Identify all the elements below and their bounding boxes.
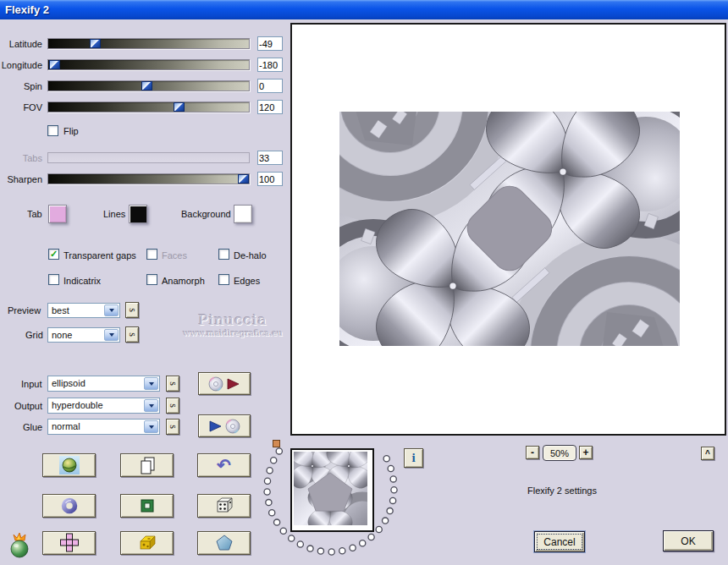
edges-checkbox[interactable] <box>218 274 229 285</box>
memory-dot[interactable] <box>264 478 270 484</box>
input-seed-button[interactable]: s <box>166 376 179 392</box>
spin-value-input[interactable] <box>257 79 283 93</box>
background-color-swatch[interactable] <box>234 205 252 223</box>
fov-label: FOV <box>0 102 42 112</box>
memory-dot[interactable] <box>350 545 356 551</box>
memory-dot[interactable] <box>276 448 282 454</box>
ok-button[interactable]: OK <box>663 530 714 551</box>
chevron-down-icon[interactable] <box>144 377 158 390</box>
undo-button[interactable]: ↶ <box>197 453 251 477</box>
tabs-value-input[interactable] <box>257 151 283 165</box>
memory-dot[interactable] <box>274 519 280 525</box>
memory-dot[interactable] <box>390 476 396 482</box>
memory-dot[interactable] <box>289 535 295 541</box>
load-settings-button[interactable] <box>198 372 251 395</box>
memory-dot[interactable] <box>271 458 277 464</box>
zoom-in-button[interactable]: + <box>579 446 593 459</box>
input-combo-value: ellipsoid <box>52 378 85 388</box>
lines-color-swatch[interactable] <box>129 205 147 223</box>
fov-slider-thumb[interactable] <box>174 102 185 112</box>
chevron-down-icon[interactable] <box>144 399 158 412</box>
thumbnail-preview[interactable] <box>290 448 374 532</box>
longitude-value-input[interactable] <box>257 58 283 72</box>
grid-combo[interactable]: none <box>47 327 120 343</box>
frame-button[interactable] <box>120 494 174 518</box>
memory-dot[interactable] <box>267 468 273 474</box>
memory-dot[interactable] <box>388 465 394 471</box>
unfold-button[interactable] <box>42 531 96 555</box>
planet-icon <box>59 456 80 474</box>
indicatrix-checkbox[interactable] <box>48 274 59 285</box>
dice-icon <box>214 496 234 515</box>
chevron-down-icon[interactable] <box>144 420 158 433</box>
green-frame-icon <box>138 496 157 515</box>
memory-dot[interactable] <box>297 541 303 547</box>
memory-dot[interactable] <box>266 500 272 506</box>
fov-value-input[interactable] <box>257 100 283 114</box>
preview-combo[interactable]: best <box>47 303 120 318</box>
anamorph-checkbox[interactable] <box>146 274 157 285</box>
chevron-down-icon[interactable] <box>104 304 119 316</box>
faces-label: Faces <box>162 250 187 261</box>
pages-icon <box>138 456 157 474</box>
latitude-row: Latitude <box>0 38 288 52</box>
memory-dot[interactable] <box>391 487 397 493</box>
title-bar[interactable]: Flexify 2 <box>0 0 728 19</box>
memory-dot[interactable] <box>317 548 323 554</box>
longitude-label: Longitude <box>0 60 42 70</box>
collapse-button[interactable]: ^ <box>701 447 714 460</box>
memory-dot[interactable] <box>339 548 345 554</box>
latitude-slider-thumb[interactable] <box>90 39 101 48</box>
glue-combo[interactable]: normal <box>47 419 160 435</box>
longitude-row: Longitude <box>0 59 288 73</box>
planet-button[interactable] <box>42 453 96 477</box>
grid-seed-button[interactable]: s <box>125 326 139 343</box>
memory-dot[interactable] <box>328 549 334 555</box>
torus-button[interactable] <box>42 494 96 518</box>
memory-dot[interactable] <box>387 508 393 514</box>
latitude-slider[interactable] <box>47 38 250 49</box>
memory-dot[interactable] <box>269 510 275 516</box>
fov-slider[interactable] <box>47 101 250 112</box>
memory-dot[interactable] <box>383 456 389 462</box>
memory-dot[interactable] <box>368 534 374 540</box>
spin-slider-thumb[interactable] <box>141 81 152 91</box>
copy-button[interactable] <box>120 453 174 477</box>
longitude-slider[interactable] <box>47 59 250 70</box>
zoom-out-button[interactable]: - <box>526 446 539 459</box>
de-halo-label: De-halo <box>234 250 267 261</box>
preview-seed-button[interactable]: s <box>125 302 139 318</box>
memory-dot[interactable] <box>383 518 389 524</box>
output-combo[interactable]: hyperdouble <box>47 398 160 414</box>
longitude-slider-thumb[interactable] <box>49 60 60 69</box>
tab-color-swatch[interactable] <box>48 205 67 223</box>
chevron-down-icon[interactable] <box>104 329 119 341</box>
random-button[interactable] <box>197 494 251 518</box>
spin-slider[interactable] <box>47 80 250 91</box>
memory-dot[interactable] <box>264 489 270 495</box>
transparent-gaps-checkbox[interactable]: ✓ <box>48 249 59 260</box>
sharpen-slider-thumb[interactable] <box>238 174 249 184</box>
de-halo-checkbox[interactable] <box>218 249 229 260</box>
preview-image[interactable] <box>339 112 680 346</box>
memory-dot[interactable] <box>280 528 286 534</box>
sharpen-slider[interactable] <box>47 173 250 184</box>
latitude-value-input[interactable] <box>257 36 283 51</box>
flip-checkbox[interactable] <box>47 125 58 136</box>
tabs-slider <box>47 152 250 163</box>
save-settings-button[interactable] <box>198 414 251 437</box>
memory-dot[interactable] <box>307 546 313 551</box>
cheese-button[interactable] <box>120 531 174 555</box>
watermark-title: Pinuccia <box>169 311 296 328</box>
input-combo[interactable]: ellipsoid <box>47 376 160 392</box>
info-button[interactable]: i <box>404 448 423 468</box>
memory-dot[interactable] <box>376 526 382 532</box>
polyhedron-button[interactable] <box>197 531 251 555</box>
glue-seed-button[interactable]: s <box>166 419 179 435</box>
memory-dot[interactable] <box>360 540 366 546</box>
sharpen-value-input[interactable] <box>257 172 283 186</box>
output-seed-button[interactable]: s <box>166 398 179 414</box>
memory-dot[interactable] <box>390 497 396 503</box>
minus-icon: - <box>531 447 534 458</box>
cancel-button[interactable]: Cancel <box>534 531 585 552</box>
